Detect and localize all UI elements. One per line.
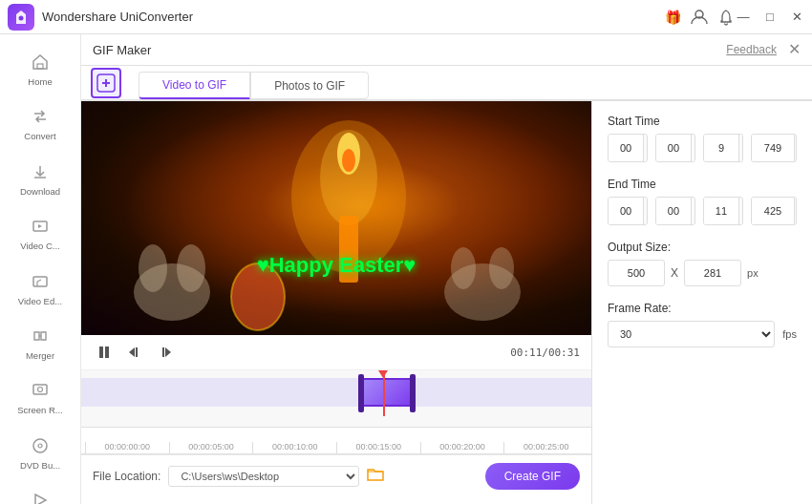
start-hh-down[interactable]: ▼ xyxy=(644,148,648,161)
sidebar-item-convert[interactable]: Convert xyxy=(0,96,80,151)
start-hh-up[interactable]: ▲ xyxy=(644,135,648,148)
end-time-group: End Time ▲ ▼ xyxy=(608,178,797,225)
tab-bar: Video to GIF Photos to GIF xyxy=(81,66,812,100)
download-icon xyxy=(30,161,51,182)
svg-rect-33 xyxy=(105,346,109,358)
svg-point-31 xyxy=(489,247,514,289)
width-input[interactable] xyxy=(608,260,665,286)
end-hh-input[interactable] xyxy=(609,198,643,224)
user-icon[interactable] xyxy=(690,8,709,27)
size-unit: px xyxy=(747,267,759,279)
pause-button[interactable] xyxy=(93,341,116,364)
tab-photos-to-gif[interactable]: Photos to GIF xyxy=(250,72,369,99)
ruler-mark-2: 00:00:10:00 xyxy=(252,442,336,453)
end-ss-up[interactable]: ▲ xyxy=(739,198,743,211)
end-hh-up[interactable]: ▲ xyxy=(644,198,648,211)
ruler-mark-1: 00:00:05:00 xyxy=(169,442,253,453)
height-input[interactable] xyxy=(684,260,741,286)
end-ms-down[interactable]: ▼ xyxy=(795,211,797,224)
app-title: Wondershare UniConverter xyxy=(42,10,663,24)
add-file-button[interactable] xyxy=(91,68,121,98)
gif-maker-panel: GIF Maker Feedback ✕ Video to GIF xyxy=(81,34,812,504)
app-logo xyxy=(8,4,34,31)
gif-maker-title: GIF Maker xyxy=(93,43,151,57)
sidebar-item-merger[interactable]: Merger xyxy=(0,316,80,370)
timeline-handle-right[interactable] xyxy=(410,374,416,412)
easter-text: ♥Happy Easter♥ xyxy=(257,253,417,278)
create-gif-button[interactable]: Create GIF xyxy=(485,463,580,490)
player-icon xyxy=(30,490,51,504)
timeline-playhead[interactable] xyxy=(383,370,385,416)
start-mm-input[interactable] xyxy=(656,135,691,161)
svg-rect-37 xyxy=(162,347,164,357)
sidebar-item-screen-r[interactable]: Screen R... xyxy=(0,370,80,425)
end-ss-down[interactable]: ▼ xyxy=(739,211,743,224)
fps-unit: fps xyxy=(782,328,797,340)
timeline-area[interactable] xyxy=(81,370,591,428)
ruler-mark-5: 00:00:25:00 xyxy=(503,442,588,453)
end-ss-input[interactable] xyxy=(704,198,738,224)
end-time-inputs: ▲ ▼ ▲ ▼ xyxy=(608,197,797,225)
end-mm-down[interactable]: ▼ xyxy=(692,211,695,224)
output-size-row: X px xyxy=(608,260,797,286)
svg-marker-34 xyxy=(129,347,135,357)
start-ss-input[interactable] xyxy=(704,135,738,161)
end-mm-up[interactable]: ▲ xyxy=(692,198,695,211)
sidebar-item-player[interactable]: Player xyxy=(0,480,80,504)
dvd-icon xyxy=(30,435,51,456)
sidebar-item-video-c[interactable]: Video C... xyxy=(0,206,80,261)
sidebar-item-dvd[interactable]: DVD Bu... xyxy=(0,426,80,480)
sidebar-label-video-c: Video C... xyxy=(20,241,60,251)
output-size-group: Output Size: X px xyxy=(608,241,797,286)
timeline-handle-left[interactable] xyxy=(358,374,364,412)
rewind-button[interactable] xyxy=(123,341,146,364)
end-mm-input[interactable] xyxy=(656,198,691,224)
video-preview: ♥Happy Easter♥ xyxy=(81,101,591,335)
file-location-select[interactable]: C:\Users\ws\Desktop xyxy=(168,466,359,487)
sidebar-item-video-e[interactable]: Video Ed... xyxy=(0,262,80,316)
folder-icon[interactable] xyxy=(367,467,384,486)
timeline-segment[interactable] xyxy=(358,378,416,407)
start-ms-input[interactable] xyxy=(752,135,794,161)
size-x-separator: X xyxy=(671,266,678,280)
output-size-label: Output Size: xyxy=(608,241,797,254)
start-ms-spinners: ▲ ▼ xyxy=(794,135,797,161)
sidebar-item-home[interactable]: Home xyxy=(0,42,80,96)
start-ms-down[interactable]: ▼ xyxy=(795,148,797,161)
content-area: ...d the ing of ...aits rence und. ...da… xyxy=(81,34,812,504)
gift-icon[interactable]: 🎁 xyxy=(663,8,682,27)
file-location-bar: File Location: C:\Users\ws\Desktop Creat… xyxy=(81,454,591,497)
frame-rate-group: Frame Rate: 15 20 25 30 60 fps xyxy=(608,302,797,347)
tab-video-to-gif[interactable]: Video to GIF xyxy=(139,72,250,99)
start-mm-up[interactable]: ▲ xyxy=(692,135,695,148)
close-btn[interactable]: ✕ xyxy=(789,10,804,24)
end-hh-down[interactable]: ▼ xyxy=(644,211,648,224)
gif-maker-close[interactable]: ✕ xyxy=(788,42,801,57)
minimize-btn[interactable]: — xyxy=(736,10,751,24)
end-ss-field: ▲ ▼ xyxy=(703,197,743,225)
start-mm-down[interactable]: ▼ xyxy=(692,148,695,161)
start-ss-down[interactable]: ▼ xyxy=(739,148,743,161)
end-ms-input[interactable] xyxy=(752,198,794,224)
fps-select[interactable]: 15 20 25 30 60 xyxy=(608,321,775,347)
screen-record-icon xyxy=(30,380,51,401)
start-ss-up[interactable]: ▲ xyxy=(739,135,743,148)
end-ms-up[interactable]: ▲ xyxy=(795,198,797,211)
svg-point-8 xyxy=(33,439,47,452)
ruler-mark-3: 00:00:15:00 xyxy=(336,442,420,453)
maximize-btn[interactable]: □ xyxy=(762,10,778,24)
ruler-mark-4: 00:00:20:00 xyxy=(420,442,504,453)
end-ms-field: ▲ ▼ xyxy=(751,197,797,225)
feedback-link[interactable]: Feedback xyxy=(726,43,777,56)
sidebar-item-download[interactable]: Download xyxy=(0,152,80,206)
bell-icon[interactable] xyxy=(716,8,736,27)
start-ms-up[interactable]: ▲ xyxy=(795,135,797,148)
end-hh-field: ▲ ▼ xyxy=(608,197,648,225)
forward-button[interactable] xyxy=(154,341,177,364)
sidebar-label-convert: Convert xyxy=(24,131,55,141)
frame-rate-label: Frame Rate: xyxy=(608,302,797,315)
merger-icon xyxy=(30,326,51,346)
start-hh-input[interactable] xyxy=(609,135,643,161)
start-time-inputs: ▲ ▼ ▲ ▼ xyxy=(608,134,797,162)
svg-point-0 xyxy=(19,15,24,20)
